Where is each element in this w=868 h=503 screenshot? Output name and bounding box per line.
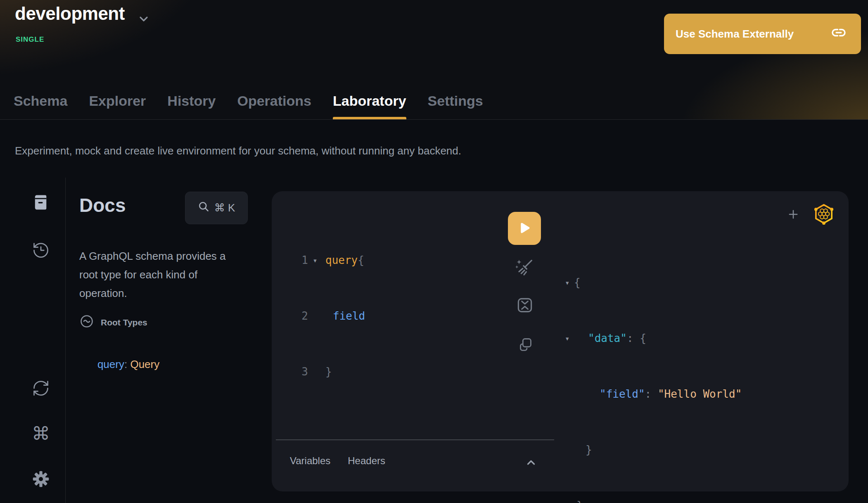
fold-marker-icon[interactable]: ▾ [565, 329, 574, 348]
collapse-footer-chevron-up-icon[interactable] [524, 455, 538, 470]
root-type-separator: : [124, 358, 130, 370]
root-type-name: query [97, 358, 124, 370]
tab-schema[interactable]: Schema [14, 83, 67, 119]
response-line: ▾"data": { [565, 329, 742, 348]
tab-laboratory[interactable]: Laboratory [333, 83, 406, 119]
play-icon [515, 219, 534, 238]
docs-book-icon[interactable] [32, 193, 50, 211]
tab-variables[interactable]: Variables [289, 453, 331, 469]
use-schema-externally-button[interactable]: Use Schema Externally [664, 14, 861, 54]
root-types-label: Root Types [101, 318, 147, 327]
execute-query-button[interactable] [508, 212, 541, 245]
root-type-type[interactable]: Query [130, 358, 159, 370]
tab-headers[interactable]: Headers [347, 453, 386, 469]
tab-operations[interactable]: Operations [237, 83, 311, 119]
editor-footer-divider [276, 439, 554, 440]
environment-badge: SINGLE [16, 36, 44, 44]
tab-settings[interactable]: Settings [428, 83, 483, 119]
header-tab-bar: Schema Explorer History Operations Labor… [14, 83, 483, 119]
field-name: field [333, 310, 365, 322]
line-number: 1 [298, 251, 308, 270]
target-title: development [15, 3, 125, 24]
editor-line: 3} [298, 363, 365, 381]
settings-gear-icon[interactable] [32, 470, 50, 488]
page-header: development SINGLE Use Schema Externally… [0, 0, 868, 120]
fold-marker-icon[interactable]: ▾ [308, 251, 322, 270]
line-number: 3 [298, 363, 308, 381]
use-schema-externally-label: Use Schema Externally [676, 28, 794, 40]
editor-line: 2field [298, 307, 365, 325]
link-icon [830, 24, 847, 44]
query-editor[interactable]: 1▾query{ 2field 3} [298, 214, 365, 418]
keyword-query: query [325, 254, 358, 266]
editor-footer-tabs: Variables Headers [289, 453, 386, 469]
fold-marker-icon[interactable]: ▾ [565, 273, 574, 292]
page-subtitle: Experiment, mock and create live environ… [15, 145, 461, 157]
tab-explorer[interactable]: Explorer [89, 83, 146, 119]
target-switcher-chevron-down-icon[interactable] [137, 12, 150, 26]
laboratory-page: development SINGLE Use Schema Externally… [0, 0, 868, 503]
merge-fragments-icon[interactable] [515, 295, 535, 316]
response-line: "field": "Hello World" [565, 385, 742, 403]
search-shortcut-label: ⌘ K [214, 202, 235, 214]
prettify-sparkle-icon[interactable] [514, 257, 535, 278]
root-type-query-link[interactable]: query: Query [85, 345, 159, 384]
schema-description: A GraphQL schema provides a root type fo… [79, 247, 226, 303]
line-number: 2 [298, 307, 308, 325]
root-types-section: Root Types [79, 314, 147, 331]
keyboard-shortcuts-icon[interactable]: ⌘ [32, 425, 50, 443]
response-line: } [565, 496, 742, 503]
copy-query-icon[interactable] [516, 335, 535, 354]
root-types-icon [79, 314, 94, 331]
add-tab-plus-icon[interactable] [785, 206, 802, 223]
json-key-field: "field" [600, 385, 645, 403]
json-key-data: "data" [588, 332, 627, 344]
json-value-hello-world: "Hello World" [658, 385, 742, 403]
refetch-schema-icon[interactable] [32, 379, 50, 397]
docs-heading: Docs [79, 194, 126, 216]
response-viewer: ▾{ ▾"data": { "field": "Hello World" } } [565, 236, 742, 503]
docs-search-button[interactable]: ⌘ K [185, 192, 248, 224]
response-line: ▾{ [565, 273, 742, 292]
search-icon [198, 201, 209, 215]
history-clock-icon[interactable] [32, 241, 50, 259]
response-line: } [565, 441, 742, 459]
hive-logo-icon[interactable] [813, 202, 835, 225]
tab-history[interactable]: History [167, 83, 216, 119]
editor-line: 1▾query{ [298, 251, 365, 270]
tool-sidebar [0, 178, 66, 503]
